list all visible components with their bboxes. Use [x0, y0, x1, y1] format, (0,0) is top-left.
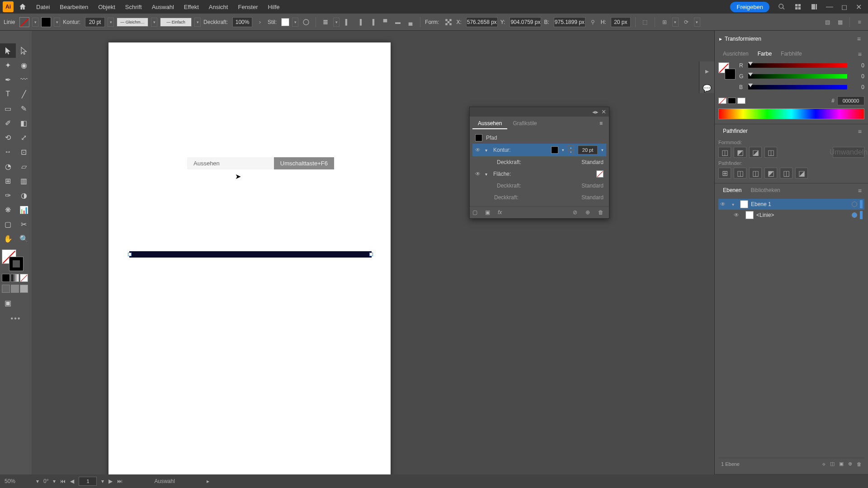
crop-icon[interactable]: ◩ — [764, 168, 777, 178]
link-wh-icon[interactable]: ⚲ — [588, 17, 598, 27]
home-icon[interactable] — [17, 1, 28, 12]
width-tool[interactable]: ↔ — [0, 145, 16, 159]
brush-dropdown[interactable]: ▾ — [194, 18, 201, 27]
h-input[interactable] — [611, 17, 631, 27]
transform-panel-header[interactable]: ▸ Transformieren ≡ — [715, 31, 868, 47]
shaper-tool[interactable]: ✐ — [0, 116, 16, 130]
trim-icon[interactable]: ◫ — [734, 168, 746, 178]
transform-dropdown[interactable]: ▾ — [694, 18, 700, 27]
w-input[interactable] — [554, 17, 585, 27]
zoom-dropdown-icon[interactable]: ▾ — [36, 478, 39, 484]
selection-tool[interactable] — [0, 43, 16, 58]
fill-opacity-value[interactable]: Standard — [581, 183, 604, 189]
color-mode-icon[interactable] — [2, 274, 10, 282]
zoom-tool[interactable]: 🔍 — [16, 231, 32, 246]
style-swatch[interactable] — [281, 18, 289, 26]
add-fill-icon[interactable]: ▣ — [485, 209, 493, 216]
similar-dropdown[interactable]: ▾ — [672, 18, 679, 27]
style-dropdown[interactable]: ▾ — [292, 18, 298, 27]
layer-expand-icon[interactable]: ▾ — [732, 202, 737, 207]
blend-tool[interactable]: ◑ — [16, 188, 32, 202]
color-panel-menu-icon[interactable]: ≡ — [855, 49, 864, 60]
graphic-styles-tab[interactable]: Grafikstile — [507, 118, 542, 129]
align-right-icon[interactable]: ▐ — [368, 17, 377, 27]
fill-color-swatch[interactable] — [596, 170, 604, 178]
menu-hilfe[interactable]: Hilfe — [264, 2, 284, 12]
artboard-next-icon[interactable]: ▶ — [108, 478, 113, 484]
stroke-dropdown[interactable]: ▾ — [54, 18, 60, 27]
hand-tool[interactable]: ✋ — [0, 231, 16, 246]
align-dropdown[interactable]: ▾ — [333, 18, 340, 27]
color-tab[interactable]: Farbe — [753, 49, 776, 60]
status-play-icon[interactable]: ▸ — [207, 478, 209, 484]
align-bottom-icon[interactable]: ▄ — [406, 17, 415, 27]
stroke-opacity-value[interactable]: Standard — [581, 159, 604, 165]
color-fill-stroke-indicator[interactable] — [718, 62, 735, 81]
recolor-icon[interactable] — [301, 17, 311, 27]
item-visibility-icon[interactable]: 👁 — [734, 212, 740, 218]
none-swatch-icon[interactable] — [718, 98, 726, 104]
add-effect-icon[interactable]: fx — [498, 209, 506, 216]
y-input[interactable] — [509, 17, 541, 27]
zoom-display[interactable]: 50% — [5, 478, 32, 484]
pathfinder-menu-icon[interactable]: ≡ — [855, 126, 864, 137]
fill-stroke-indicator[interactable] — [2, 249, 29, 272]
colorhelp-tab[interactable]: Farbhilfe — [776, 49, 807, 60]
eraser-tool[interactable]: ◧ — [16, 116, 32, 130]
minus-front-icon[interactable]: ◩ — [734, 147, 746, 158]
layers-tab[interactable]: Ebenen — [718, 185, 746, 196]
g-slider[interactable] — [748, 74, 847, 79]
artboard-number-input[interactable] — [79, 477, 97, 486]
share-button[interactable]: Freigeben — [730, 2, 769, 12]
edit-toolbar-icon[interactable]: ••• — [0, 314, 32, 323]
menu-datei[interactable]: Datei — [32, 2, 54, 12]
eyedropper-tool[interactable]: ✑ — [0, 188, 16, 202]
layer-row-1[interactable]: 👁 ▾ Ebene 1 — [718, 199, 864, 210]
stroke-weight-field[interactable] — [578, 145, 598, 155]
none-mode-icon[interactable] — [20, 274, 28, 282]
stroke-weight-input[interactable] — [85, 17, 105, 27]
appearance-panel-menu-icon[interactable]: ≡ — [596, 118, 606, 129]
layers-menu-icon[interactable]: ≡ — [855, 185, 864, 196]
align-vcenter-icon[interactable]: ▬ — [393, 17, 403, 27]
fill-dropdown[interactable]: ▾ — [32, 18, 38, 27]
curvature-tool[interactable]: 〰 — [16, 72, 32, 87]
screen-mode-icon[interactable] — [2, 285, 10, 293]
color-spectrum[interactable] — [718, 108, 864, 119]
rectangle-tool[interactable]: ▭ — [0, 101, 16, 116]
menu-objekt[interactable]: Objekt — [94, 2, 120, 12]
make-clip-icon[interactable]: ◫ — [830, 461, 835, 467]
duplicate-item-icon[interactable]: ⊕ — [585, 209, 594, 216]
menu-schrift[interactable]: Schrift — [121, 2, 146, 12]
menu-bearbeiten[interactable]: Bearbeiten — [55, 2, 93, 12]
stroke-weight-stepper[interactable]: ▴▾ — [568, 145, 574, 155]
stroke-color-swatch[interactable] — [551, 146, 558, 154]
black-swatch-icon[interactable] — [728, 98, 736, 104]
new-sublayer-icon[interactable]: ▣ — [839, 461, 844, 467]
workspace-icon[interactable] — [809, 2, 819, 12]
stroke-swatch[interactable] — [41, 17, 51, 27]
locate-object-icon[interactable]: ⎆ — [822, 461, 826, 467]
transform-reference-icon[interactable] — [443, 17, 453, 27]
item-target-icon[interactable] — [852, 212, 857, 218]
menu-auswahl[interactable]: Auswahl — [147, 2, 179, 12]
r-value[interactable]: 0 — [851, 62, 864, 69]
type-tool[interactable]: T — [0, 87, 16, 101]
tooltip-menu-item[interactable]: Aussehen Umschalttaste+F6 — [187, 157, 334, 169]
artboard-prev-icon[interactable]: ◀ — [70, 478, 74, 484]
exclude-icon[interactable]: ◫ — [764, 147, 777, 158]
menu-effekt[interactable]: Effekt — [179, 2, 203, 12]
rotate-tool[interactable]: ⟲ — [0, 130, 16, 145]
x-input[interactable] — [466, 17, 498, 27]
artboard-first-icon[interactable]: ⏮ — [60, 478, 66, 484]
white-swatch-icon[interactable] — [737, 98, 745, 104]
brush-definition[interactable]: — Einfach — [160, 18, 192, 27]
draw-behind-icon[interactable] — [20, 285, 28, 293]
arrange-icon[interactable] — [793, 2, 803, 12]
appearance-tab[interactable]: Aussehen — [472, 118, 507, 129]
comment-strip-icon[interactable]: 💬 — [702, 83, 712, 93]
stroke-visibility-icon[interactable]: 👁 — [475, 147, 481, 153]
artboard-tool[interactable]: ▢ — [0, 217, 16, 231]
unite-icon[interactable]: ◫ — [718, 147, 731, 158]
delete-item-icon[interactable]: 🗑 — [598, 209, 606, 216]
